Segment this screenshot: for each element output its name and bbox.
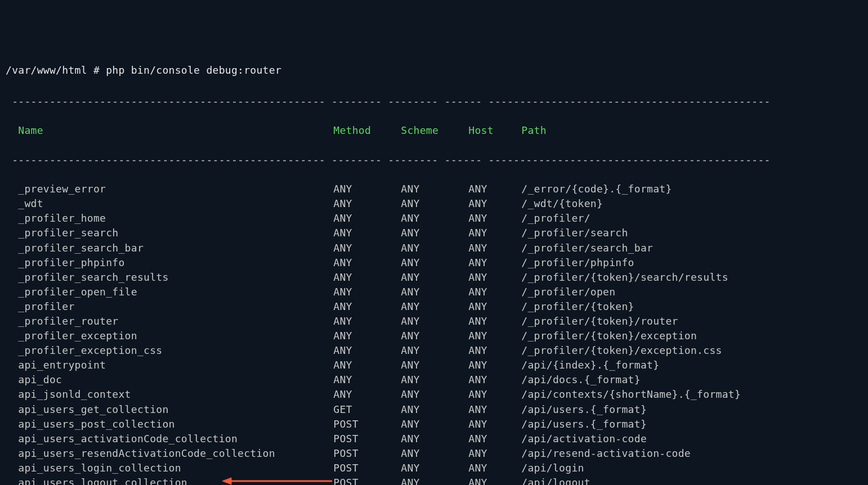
route-scheme: ANY — [401, 417, 468, 432]
table-row: api_users_logout_collectionPOSTANYANY/ap… — [6, 475, 862, 485]
route-method: POST — [333, 417, 401, 432]
route-scheme: ANY — [401, 182, 468, 196]
route-host: ANY — [468, 358, 521, 372]
table-row: _profiler_homeANYANYANY/_profiler/ — [6, 211, 862, 226]
route-method: POST — [333, 475, 401, 485]
header-method: Method — [333, 123, 401, 138]
route-scheme: ANY — [401, 372, 468, 387]
route-scheme: ANY — [401, 387, 468, 402]
table-row: _profilerANYANYANY/_profiler/{token} — [6, 299, 862, 314]
route-name: _profiler_search_results — [18, 270, 333, 285]
route-name: _profiler_search_bar — [18, 241, 333, 255]
route-path: /_profiler/ — [521, 211, 590, 226]
route-scheme: ANY — [401, 343, 468, 358]
route-method: ANY — [333, 211, 401, 226]
route-path: /api/{index}.{_format} — [521, 358, 659, 372]
route-name: _profiler_exception_css — [18, 343, 333, 358]
terminal-prompt: /var/www/html # php bin/console debug:ro… — [6, 63, 862, 78]
table-row: _profiler_search_barANYANYANY/_profiler/… — [6, 241, 862, 255]
route-name: _profiler_open_file — [18, 285, 333, 299]
route-path: /api/login — [521, 461, 584, 475]
route-scheme: ANY — [401, 402, 468, 417]
route-path: /_profiler/search_bar — [521, 241, 653, 255]
route-path: /_error/{code}.{_format} — [521, 182, 672, 196]
table-row: _profiler_searchANYANYANY/_profiler/sear… — [6, 226, 862, 240]
route-name: api_users_post_collection — [18, 417, 333, 432]
route-method: POST — [333, 446, 401, 461]
route-scheme: ANY — [401, 446, 468, 461]
route-host: ANY — [468, 196, 521, 211]
route-scheme: ANY — [401, 329, 468, 343]
divider-top: ----------------------------------------… — [6, 94, 862, 109]
header-host: Host — [468, 123, 521, 138]
route-name: _profiler_phpinfo — [18, 255, 333, 270]
route-host: ANY — [468, 343, 521, 358]
route-path: /api/activation-code — [521, 432, 647, 446]
route-path: /_profiler/search — [521, 226, 628, 240]
route-host: ANY — [468, 285, 521, 299]
route-path: /_profiler/{token}/exception — [521, 329, 697, 343]
route-path: /api/logout — [521, 475, 590, 485]
table-row: _wdtANYANYANY/_wdt/{token} — [6, 196, 862, 211]
table-row: api_users_login_collectionPOSTANYANY/api… — [6, 461, 862, 475]
route-scheme: ANY — [401, 358, 468, 372]
table-row: _profiler_routerANYANYANY/_profiler/{tok… — [6, 314, 862, 329]
route-path: /_profiler/open — [521, 285, 615, 299]
route-scheme: ANY — [401, 285, 468, 299]
route-path: /api/docs.{_format} — [521, 372, 641, 387]
route-path: /_wdt/{token} — [521, 196, 603, 211]
route-scheme: ANY — [401, 432, 468, 446]
route-path: /api/contexts/{shortName}.{_format} — [521, 387, 741, 402]
route-method: ANY — [333, 372, 401, 387]
route-method: ANY — [333, 299, 401, 314]
route-host: ANY — [468, 226, 521, 240]
routes-table: _preview_errorANYANYANY/_error/{code}.{_… — [6, 182, 862, 485]
table-row: api_users_resendActivationCode_collectio… — [6, 446, 862, 461]
table-header-row: NameMethodSchemeHostPath — [6, 123, 862, 138]
route-scheme: ANY — [401, 299, 468, 314]
route-path: /_profiler/{token}/router — [521, 314, 678, 329]
route-host: ANY — [468, 241, 521, 255]
route-name: api_users_get_collection — [18, 402, 333, 417]
route-name: api_users_activationCode_collection — [18, 432, 333, 446]
table-row: api_docANYANYANY/api/docs.{_format} — [6, 372, 862, 387]
route-host: ANY — [468, 182, 521, 196]
header-path: Path — [521, 123, 547, 138]
route-path: /_profiler/{token} — [521, 299, 634, 314]
route-name: api_users_login_collection — [18, 461, 333, 475]
route-host: ANY — [468, 299, 521, 314]
table-row: _profiler_phpinfoANYANYANY/_profiler/php… — [6, 255, 862, 270]
table-row: api_users_post_collectionPOSTANYANY/api/… — [6, 417, 862, 432]
route-host: ANY — [468, 314, 521, 329]
route-name: _profiler_home — [18, 211, 333, 226]
divider-mid: ----------------------------------------… — [6, 152, 862, 167]
route-method: ANY — [333, 255, 401, 270]
route-method: ANY — [333, 182, 401, 196]
highlight-arrow-icon — [222, 475, 332, 485]
table-row: api_users_get_collectionGETANYANY/api/us… — [6, 402, 862, 417]
route-method: ANY — [333, 226, 401, 240]
route-scheme: ANY — [401, 226, 468, 240]
route-method: POST — [333, 461, 401, 475]
route-host: ANY — [468, 270, 521, 285]
route-host: ANY — [468, 255, 521, 270]
route-host: ANY — [468, 417, 521, 432]
route-name: _preview_error — [18, 182, 333, 196]
table-row: _profiler_exceptionANYANYANY/_profiler/{… — [6, 329, 862, 343]
route-method: ANY — [333, 285, 401, 299]
route-host: ANY — [468, 475, 521, 485]
route-path: /_profiler/{token}/exception.css — [521, 343, 722, 358]
route-method: ANY — [333, 343, 401, 358]
route-name: _profiler_search — [18, 226, 333, 240]
table-row: _profiler_open_fileANYANYANY/_profiler/o… — [6, 285, 862, 299]
route-method: ANY — [333, 241, 401, 255]
route-method: GET — [333, 402, 401, 417]
route-host: ANY — [468, 461, 521, 475]
route-scheme: ANY — [401, 270, 468, 285]
route-host: ANY — [468, 387, 521, 402]
svg-marker-1 — [222, 478, 231, 484]
route-name: api_users_resendActivationCode_collectio… — [18, 446, 333, 461]
route-host: ANY — [468, 372, 521, 387]
route-name: api_jsonld_context — [18, 387, 333, 402]
route-scheme: ANY — [401, 255, 468, 270]
